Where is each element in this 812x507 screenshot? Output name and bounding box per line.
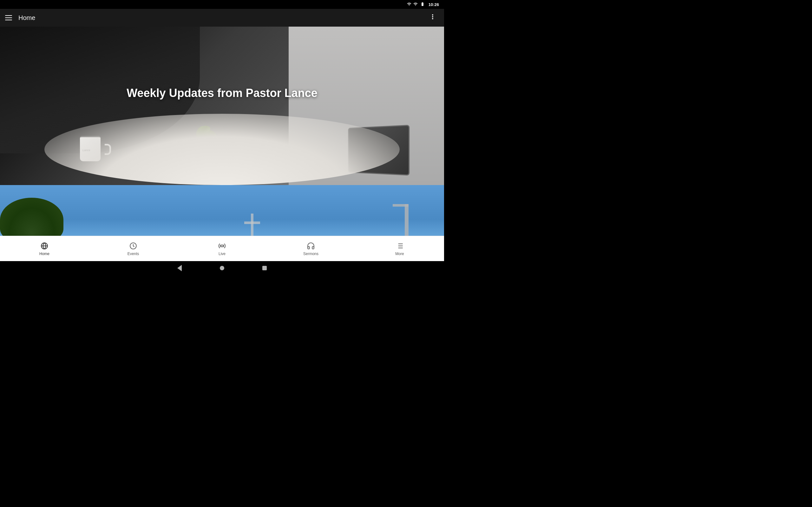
- cross-vertical: [251, 214, 253, 236]
- tablet-body: [348, 125, 409, 176]
- app-bar-left: Home: [5, 14, 35, 21]
- sermons-headphones-icon: [306, 241, 315, 250]
- bottom-navigation: Home Events Live: [0, 236, 444, 261]
- plant-pot: [193, 152, 217, 169]
- hero-section: Lance Weekly Updates from Pastor Lance: [0, 26, 444, 185]
- nav-item-sermons[interactable]: Sermons: [266, 239, 355, 259]
- time-display: 10:26: [428, 2, 439, 7]
- plant-leaves: [187, 123, 224, 155]
- leaf-4: [200, 128, 218, 147]
- android-recents-button[interactable]: [262, 266, 267, 270]
- tablet-decoration: [345, 126, 409, 177]
- nav-item-more[interactable]: More: [355, 239, 444, 259]
- more-nav-label: More: [395, 251, 404, 256]
- app-bar: Home: [0, 9, 444, 26]
- status-bar: 10:26: [0, 0, 444, 9]
- mug-text: Lance: [83, 149, 90, 152]
- nav-item-home[interactable]: Home: [0, 239, 89, 259]
- plant-decoration: [187, 125, 224, 169]
- events-clock-icon: [129, 241, 138, 250]
- live-broadcast-icon: [217, 241, 226, 250]
- mug-handle: [105, 144, 111, 155]
- trees-decoration: [0, 198, 63, 242]
- cross-horizontal: [244, 222, 260, 224]
- mug-body: Lance: [80, 136, 101, 161]
- home-globe-icon: [40, 241, 49, 250]
- leaf-5: [199, 125, 211, 134]
- hero-background: Lance Weekly Updates from Pastor Lance: [0, 26, 444, 185]
- app-bar-title: Home: [18, 14, 35, 21]
- hero-right-background: [289, 26, 444, 185]
- cross-decoration: [244, 214, 260, 236]
- lamp-arm: [393, 204, 409, 207]
- android-back-button[interactable]: [177, 265, 182, 271]
- signal-icon: [413, 2, 418, 7]
- nav-item-events[interactable]: Events: [89, 239, 177, 259]
- nav-item-live[interactable]: Live: [177, 239, 266, 259]
- sermons-nav-label: Sermons: [303, 251, 318, 256]
- battery-icon: [420, 2, 425, 7]
- android-home-button[interactable]: [220, 266, 224, 270]
- home-nav-label: Home: [39, 251, 49, 256]
- tree-foliage: [0, 198, 63, 242]
- hamburger-menu-icon[interactable]: [5, 15, 12, 20]
- wifi-icon: [407, 2, 411, 7]
- overflow-menu-button[interactable]: [426, 10, 439, 25]
- mug-decoration: Lance: [80, 130, 105, 161]
- live-nav-label: Live: [218, 251, 225, 256]
- leaf-1: [196, 133, 215, 149]
- sky-section: [0, 185, 444, 242]
- hero-title: Weekly Updates from Pastor Lance: [126, 87, 317, 100]
- status-icons: 10:26: [407, 2, 439, 7]
- android-navigation-bar: [0, 261, 444, 275]
- sky-background: [0, 185, 444, 242]
- svg-point-3: [221, 245, 223, 247]
- more-list-icon: [395, 241, 404, 250]
- leaf-2: [201, 128, 218, 141]
- events-nav-label: Events: [128, 251, 139, 256]
- leaf-3: [194, 124, 207, 139]
